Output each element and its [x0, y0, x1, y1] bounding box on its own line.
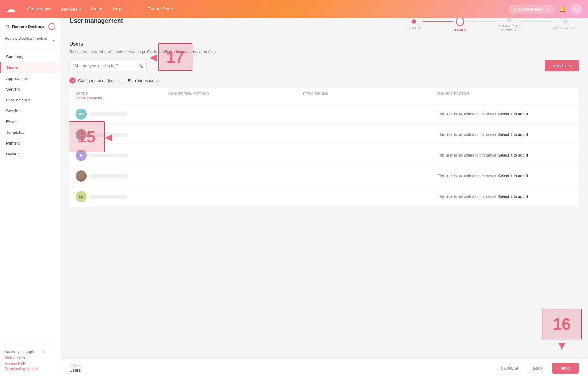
org-name: SAN JUNIPERO [514, 7, 543, 12]
annotation-15-overlay: 15 ◀ [69, 121, 112, 152]
step-label-conexion: CONEXIÓN Y PERMISOS [497, 24, 522, 32]
annotation-16-box: 16 [542, 309, 582, 339]
controls-row: 🔍 ◀ 17 New User ◀ 18 [69, 60, 579, 71]
nav-usage[interactable]: Usage [91, 6, 103, 12]
step-connector-3 [522, 21, 553, 22]
user-status-5: This user is not added to this server. S… [438, 195, 573, 199]
step-label-users: USERS [453, 28, 466, 32]
users-table: USERS Seleccionar todos CONNECTION METHO… [69, 88, 579, 207]
table-row[interactable]: K This user is not added to this server.… [69, 145, 579, 166]
new-user-button[interactable]: New User [545, 60, 579, 71]
next-button[interactable]: Next [552, 363, 579, 374]
sidebar-item-printers[interactable]: Printers [0, 138, 60, 149]
avatar-lu: LU [76, 191, 87, 202]
step-label-applications: APPLICATIONS [553, 26, 579, 30]
sidebar: 🖥 Remote Desktop + Remote Desktop Prueba… [0, 18, 60, 377]
user-status-3: This user is not added to this server. S… [438, 153, 573, 158]
wizard-step-applications: APPLICATIONS [553, 19, 579, 30]
table-row[interactable]: LU This user is not added to this server… [69, 186, 579, 207]
acceso-rdp-link[interactable]: Acceso RDP [5, 361, 55, 366]
nav-help[interactable]: Help [113, 6, 122, 12]
col-header-permissions: PERMISSIONS [303, 92, 438, 100]
step-dot-users [456, 17, 464, 26]
user-status-4: This user is not added to this server. S… [438, 174, 573, 178]
sidebar-env-name: Remote Desktop Pruebas ... [5, 36, 51, 45]
user-name-4 [90, 174, 127, 178]
table-row[interactable]: X This user is not added to this server.… [69, 125, 579, 145]
back-button[interactable]: Back [527, 363, 549, 373]
sidebar-header-title: Remote Desktop [12, 24, 46, 29]
nav-divider: | [134, 6, 135, 12]
cancel-button[interactable]: Cancelar [496, 363, 523, 373]
user-avatar[interactable]: CL [571, 4, 582, 15]
step-dot-applications [563, 19, 568, 24]
chevron-down-icon: ▼ [52, 39, 55, 43]
user-status-1: This user is not added to this server. S… [438, 112, 573, 116]
add-service-button[interactable]: + [48, 23, 55, 30]
radio-eliminar[interactable]: Eliminar usuarios [119, 77, 159, 84]
sidebar-item-summary[interactable]: Summary [0, 51, 60, 62]
radio-configurar[interactable]: Configurar usuarios [69, 77, 113, 84]
nav-organisation[interactable]: Organisation [27, 6, 52, 12]
annotation-15-box: 15 [69, 121, 105, 152]
user-name-3 [90, 154, 127, 157]
user-name-5 [90, 195, 127, 199]
sidebar-item-users[interactable]: Users [0, 62, 60, 73]
avatar-photo [76, 170, 87, 182]
top-nav: ☁ Organisation Services ▼ Usage Help | P… [0, 0, 588, 18]
table-row[interactable]: AS This user is not added to this server… [69, 104, 579, 125]
col-header-double-factor: DOUBLE FACTOR [438, 92, 573, 100]
step-label-servers: SERVERS [405, 26, 423, 30]
search-icon[interactable]: 🔍 [138, 63, 144, 68]
bell-icon[interactable]: 🔔 [559, 6, 566, 13]
org-selector[interactable]: SAN JUNIPERO ▼ [509, 5, 555, 14]
wizard-step-servers: SERVERS [405, 19, 423, 30]
annotation-16-overlay: 16 ▼ [542, 309, 582, 352]
sidebar-item-applications[interactable]: Applications [0, 73, 60, 84]
sidebar-item-events[interactable]: Events [0, 116, 60, 127]
bottom-actions: Cancelar Back Next [496, 363, 579, 374]
sidebar-footer: Access your applications Web Access Acce… [0, 345, 60, 377]
section-description: Select the users who will have the same … [69, 49, 579, 54]
sidebar-item-templates[interactable]: Templates [0, 127, 60, 138]
nav-links: Organisation Services ▼ Usage Help | Par… [27, 6, 509, 12]
sidebar-header: 🖥 Remote Desktop + [0, 18, 60, 33]
radio-unchecked-icon [119, 77, 125, 84]
col-header-users: USERS Seleccionar todos [76, 92, 168, 100]
nav-partner-zone[interactable]: Partner Zone [148, 6, 173, 12]
remote-desktop-icon: 🖥 [5, 24, 10, 29]
section-title: Users [69, 41, 579, 47]
step-wizard: SERVERS USERS CONEXIÓN Y PERMISOS APPLIC… [405, 17, 579, 32]
annotation-17-box: 17 [158, 43, 192, 71]
radio-eliminar-label: Eliminar usuarios [128, 78, 159, 83]
nav-right-section: SAN JUNIPERO ▼ 🔔 CL [509, 4, 582, 15]
radio-configurar-label: Configurar usuarios [78, 78, 113, 83]
radio-checked-icon [69, 77, 76, 84]
avatar-as: AS [76, 109, 87, 120]
sidebar-env[interactable]: Remote Desktop Pruebas ... ▼ [0, 33, 60, 48]
step-info-block: 2 OF 4 Users [69, 363, 81, 373]
step-name-label: Users [69, 368, 81, 373]
step-connector-1 [423, 21, 453, 22]
sidebar-item-load-balancer[interactable]: Load balancer [0, 95, 60, 105]
download-generator-link[interactable]: Download generator [5, 367, 55, 371]
sidebar-item-servers[interactable]: Servers [0, 84, 60, 95]
bottom-bar: 2 OF 4 Users Cancelar Back Next [60, 359, 588, 377]
user-cell-1: AS [76, 109, 168, 120]
user-cell-5: LU [76, 191, 168, 202]
nav-services[interactable]: Services ▼ [61, 6, 82, 12]
user-cell-4 [76, 170, 168, 182]
annotation-17-overlay: ◀ 17 [150, 43, 192, 71]
select-all-link[interactable]: Seleccionar todos [76, 96, 168, 100]
sidebar-nav: Summary Users Applications Servers Load … [0, 48, 60, 345]
table-row[interactable]: This user is not added to this server. S… [69, 166, 579, 186]
user-status-2: This user is not added to this server. S… [438, 133, 573, 137]
sidebar-item-backup[interactable]: Backup [0, 149, 60, 159]
web-access-link[interactable]: Web Access [5, 356, 55, 360]
search-input[interactable] [69, 61, 147, 71]
user-name-1 [90, 112, 127, 116]
footer-access-label: Access your applications [5, 350, 55, 354]
chevron-down-icon: ▼ [546, 7, 550, 12]
sidebar-item-sessions[interactable]: Sessions [0, 105, 60, 116]
main-content: ☁ HOME / REMOTE DESKTOP / USERS / MANAGE… [60, 0, 588, 228]
